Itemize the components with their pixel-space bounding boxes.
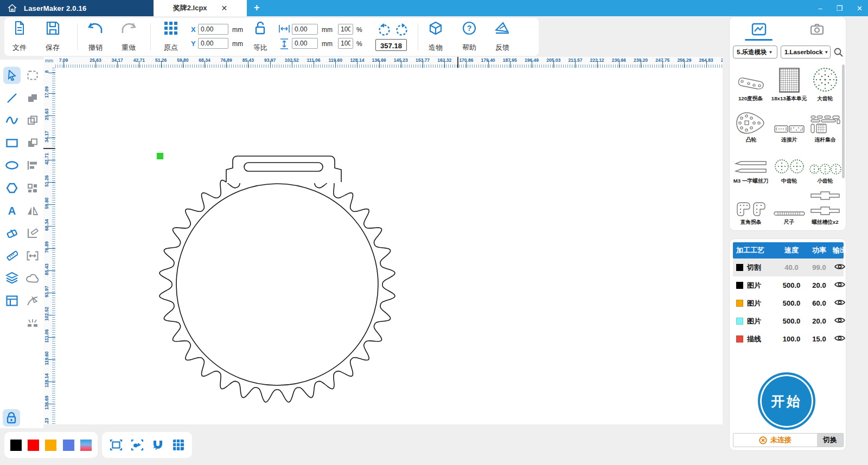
height-percent-input[interactable]: [338, 38, 353, 49]
vertical-ruler[interactable]: 817.0925.6334.1742.7151.2659.8068.3476.8…: [43, 68, 55, 424]
width-percent-input[interactable]: [338, 24, 353, 35]
color-swatch-black[interactable]: [10, 440, 22, 451]
process-row[interactable]: 图片 500.0 20.0: [733, 312, 844, 330]
library-item[interactable]: 中齿轮: [770, 146, 808, 187]
tool-node-edit[interactable]: [24, 292, 41, 309]
library-item[interactable]: 螺丝槽位x2: [808, 187, 841, 228]
search-icon[interactable]: [834, 48, 843, 57]
module-dropdown[interactable]: 5.乐造模块▼: [733, 46, 777, 59]
tool-rectangle[interactable]: [3, 134, 21, 152]
color-swatch-red[interactable]: [28, 440, 39, 451]
tool-curve[interactable]: [3, 112, 21, 129]
tool-artboard[interactable]: [3, 292, 21, 309]
feedback-button[interactable]: 反馈: [487, 21, 518, 53]
file-button[interactable]: 文件: [4, 21, 35, 53]
tab-close-icon[interactable]: ✕: [221, 4, 228, 12]
layer-color-swatch[interactable]: [736, 282, 743, 289]
fit-selection-button[interactable]: [131, 439, 144, 451]
tool-mirror[interactable]: [24, 202, 41, 219]
medal-gear-outline[interactable]: [159, 167, 395, 402]
tool-ruler[interactable]: [3, 247, 21, 264]
tool-fit-expand[interactable]: [24, 247, 41, 264]
layer-color-swatch[interactable]: [736, 318, 743, 325]
library-item[interactable]: 18x13基本单元: [770, 63, 808, 105]
library-item[interactable]: M3 一字螺丝刀: [732, 146, 770, 187]
frame-tool-button[interactable]: [110, 439, 123, 451]
layer-color-swatch[interactable]: [736, 300, 743, 307]
tool-subtract[interactable]: [24, 134, 41, 152]
redo-button[interactable]: 重做: [113, 21, 144, 53]
tool-select[interactable]: [3, 67, 21, 84]
horizontal-ruler[interactable]: 7.0925.6334.1742.7151.2659.8068.3476.898…: [55, 57, 723, 68]
visibility-toggle[interactable]: [833, 263, 847, 273]
color-swatch-blue[interactable]: [63, 440, 74, 451]
process-row[interactable]: 切割 40.0 99.0: [733, 259, 844, 276]
home-button[interactable]: [0, 0, 24, 16]
tool-marquee[interactable]: [24, 67, 41, 84]
color-swatch-gradient[interactable]: [80, 440, 92, 451]
color-swatch-orange[interactable]: [45, 440, 56, 451]
maximize-button[interactable]: ❐: [836, 5, 843, 12]
visibility-toggle[interactable]: [833, 317, 847, 326]
tab-design-library[interactable]: [730, 17, 788, 42]
tool-eraser[interactable]: [3, 224, 21, 242]
library-item[interactable]: 直角拐条: [732, 187, 770, 228]
layer-color-swatch[interactable]: [736, 264, 743, 271]
origin-button[interactable]: 原点: [156, 21, 186, 53]
tool-cloud[interactable]: [24, 269, 41, 287]
process-row[interactable]: 描线 100.0 15.0: [733, 330, 844, 348]
tool-arrange[interactable]: [24, 179, 41, 197]
tab-camera[interactable]: [788, 17, 846, 42]
close-button[interactable]: ✕: [857, 5, 863, 12]
process-row[interactable]: 图片 500.0 60.0: [733, 294, 844, 312]
library-item[interactable]: 连接片 凸轮: [732, 105, 770, 146]
tool-duplicate[interactable]: [24, 112, 41, 129]
minimize-button[interactable]: –: [818, 5, 822, 12]
rotate-cw-button[interactable]: [395, 23, 409, 36]
library-item[interactable]: 120度拐条: [732, 63, 770, 105]
tool-text[interactable]: A: [3, 202, 21, 219]
library-item[interactable]: 连接片: [770, 105, 808, 146]
tool-polygon[interactable]: [3, 179, 21, 197]
process-row[interactable]: 图片 500.0 20.0: [733, 276, 844, 294]
x-input[interactable]: [198, 24, 228, 35]
new-tab-button[interactable]: +: [254, 2, 260, 14]
switch-device-button[interactable]: 切换: [817, 434, 843, 447]
library-item[interactable]: 连杆集合: [808, 105, 841, 146]
y-input[interactable]: [198, 38, 228, 49]
lock-button[interactable]: [3, 409, 20, 427]
start-button[interactable]: 开始: [758, 372, 815, 430]
height-input[interactable]: [292, 38, 318, 49]
document-tab[interactable]: 奖牌2.lcpx ✕: [154, 0, 247, 16]
tool-line[interactable]: [3, 89, 21, 107]
tool-align[interactable]: [24, 157, 41, 174]
selection-origin-marker[interactable]: [157, 153, 163, 159]
tool-union[interactable]: [24, 89, 41, 107]
grid-toggle-button[interactable]: [173, 439, 184, 451]
snap-magnet-button[interactable]: [151, 439, 164, 451]
proportional-lock-button[interactable]: 等比: [245, 21, 276, 53]
save-button[interactable]: 保存: [37, 21, 68, 53]
help-button[interactable]: ? 帮助: [454, 21, 484, 53]
tool-ellipse[interactable]: [3, 157, 21, 174]
set-dropdown[interactable]: 1.Laserblock▼: [781, 46, 831, 59]
layer-color-swatch[interactable]: [736, 335, 743, 343]
rotate-ccw-button[interactable]: [378, 23, 391, 36]
visibility-toggle[interactable]: [833, 299, 847, 308]
library-item[interactable]: 小齿轮: [808, 146, 841, 187]
create-button[interactable]: 造物: [420, 21, 451, 53]
library-item[interactable]: 大齿轮: [808, 63, 841, 105]
width-input[interactable]: [292, 24, 318, 35]
library-scrollbar[interactable]: [842, 64, 845, 178]
undo-button[interactable]: 撤销: [80, 21, 111, 53]
visibility-toggle[interactable]: [833, 281, 847, 290]
tool-layers[interactable]: [3, 269, 21, 287]
visibility-toggle[interactable]: [833, 334, 847, 344]
tool-break-apart[interactable]: [24, 314, 41, 332]
library-item[interactable]: 尺子: [770, 187, 808, 228]
tool-angle-measure[interactable]: [24, 224, 41, 242]
medal-ribbon-slot[interactable]: [244, 163, 323, 171]
drawing-canvas[interactable]: [55, 68, 723, 424]
connection-status[interactable]: 未连接: [733, 434, 817, 447]
rotation-input[interactable]: [375, 39, 407, 51]
